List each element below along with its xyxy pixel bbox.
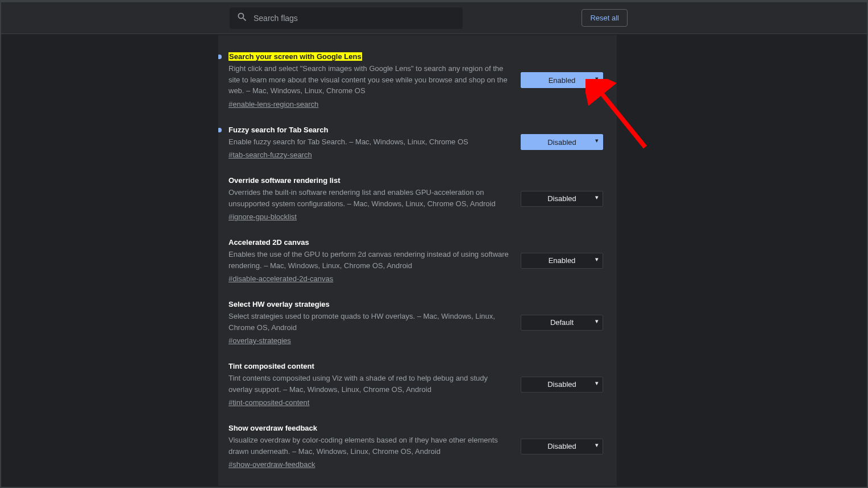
- flag-hash-link[interactable]: #show-overdraw-feedback: [229, 460, 315, 469]
- flag-row: Fuzzy search for Tab SearchEnable fuzzy …: [218, 122, 617, 173]
- flag-hash-link[interactable]: #disable-accelerated-2d-canvas: [229, 274, 333, 283]
- flag-title: Override software rendering list: [229, 176, 340, 185]
- flag-title: Select HW overlay strategies: [229, 300, 330, 308]
- flag-hash-link[interactable]: #overlay-strategies: [229, 336, 291, 345]
- flag-description: Enables the use of the GPU to perform 2d…: [229, 249, 509, 271]
- flag-state-select[interactable]: DefaultEnabledDisabled: [521, 377, 603, 393]
- flag-row: Show overdraw feedbackVisualize overdraw…: [218, 420, 617, 482]
- search-input[interactable]: [254, 14, 456, 23]
- modified-dot-icon: [218, 55, 222, 59]
- flag-select-wrap: DefaultEnabledDisabled: [521, 315, 603, 331]
- flag-select-wrap: DefaultEnabledDisabled: [521, 134, 603, 150]
- flag-state-select[interactable]: DefaultEnabledDisabled: [521, 191, 603, 207]
- flag-body: Override software rendering listOverride…: [223, 176, 509, 221]
- flag-select-wrap: DefaultEnabledDisabled: [521, 253, 603, 269]
- flag-description: Select strategies used to promote quads …: [229, 311, 509, 333]
- flag-row: Search your screen with Google LensRight…: [218, 49, 617, 122]
- flags-list: Search your screen with Google LensRight…: [218, 35, 617, 486]
- flag-title: Fuzzy search for Tab Search: [229, 126, 328, 134]
- flag-description: Tint contents composited using Viz with …: [229, 373, 509, 395]
- flag-description: Enable fuzzy search for Tab Search. – Ma…: [229, 136, 509, 148]
- flag-body: Search your screen with Google LensRight…: [223, 52, 509, 109]
- flag-body: Show overdraw feedbackVisualize overdraw…: [223, 424, 509, 469]
- flag-hash-link[interactable]: #tint-composited-content: [229, 398, 309, 407]
- flag-row: Tint composited contentTint contents com…: [218, 358, 617, 420]
- flag-hash-link[interactable]: #ignore-gpu-blocklist: [229, 212, 297, 221]
- flag-state-select[interactable]: DefaultEnabledDisabled: [521, 315, 603, 331]
- search-container[interactable]: [230, 7, 463, 29]
- flag-description: Right click and select "Search images wi…: [229, 63, 509, 97]
- flag-select-wrap: DefaultEnabledDisabled: [521, 439, 603, 454]
- flag-state-select[interactable]: DefaultEnabledDisabled: [521, 253, 603, 269]
- flag-state-select[interactable]: DefaultEnabledDisabled: [521, 439, 603, 454]
- flag-title: Show overdraw feedback: [229, 424, 317, 432]
- flag-description: Overrides the built-in software renderin…: [229, 187, 509, 209]
- flag-row: Accelerated 2D canvasEnables the use of …: [218, 235, 617, 297]
- flag-body: Fuzzy search for Tab SearchEnable fuzzy …: [223, 126, 509, 160]
- flag-hash-link[interactable]: #enable-lens-region-search: [229, 100, 318, 109]
- reset-all-button[interactable]: Reset all: [582, 9, 628, 27]
- flag-state-select[interactable]: DefaultEnabledDisabled: [521, 72, 603, 88]
- topbar: Reset all: [1, 2, 867, 34]
- flag-body: Select HW overlay strategiesSelect strat…: [223, 300, 509, 345]
- flag-body: Accelerated 2D canvasEnables the use of …: [223, 238, 509, 283]
- flag-description: Visualize overdraw by color-coding eleme…: [229, 435, 509, 457]
- flag-select-wrap: DefaultEnabledDisabled: [521, 72, 603, 88]
- flag-select-wrap: DefaultEnabledDisabled: [521, 191, 603, 207]
- flag-title: Search your screen with Google Lens: [229, 52, 362, 61]
- topbar-inner: Reset all: [230, 7, 628, 29]
- search-icon: [236, 11, 248, 24]
- flag-hash-link[interactable]: #tab-search-fuzzy-search: [229, 151, 312, 159]
- flag-row: Select HW overlay strategiesSelect strat…: [218, 297, 617, 358]
- flag-title: Accelerated 2D canvas: [229, 238, 309, 247]
- modified-dot-icon: [218, 128, 222, 132]
- flag-select-wrap: DefaultEnabledDisabled: [521, 377, 603, 393]
- flag-row: Override software rendering listOverride…: [218, 173, 617, 235]
- flag-body: Tint composited contentTint contents com…: [223, 362, 509, 407]
- flag-title: Tint composited content: [229, 362, 314, 370]
- flag-state-select[interactable]: DefaultEnabledDisabled: [521, 134, 603, 150]
